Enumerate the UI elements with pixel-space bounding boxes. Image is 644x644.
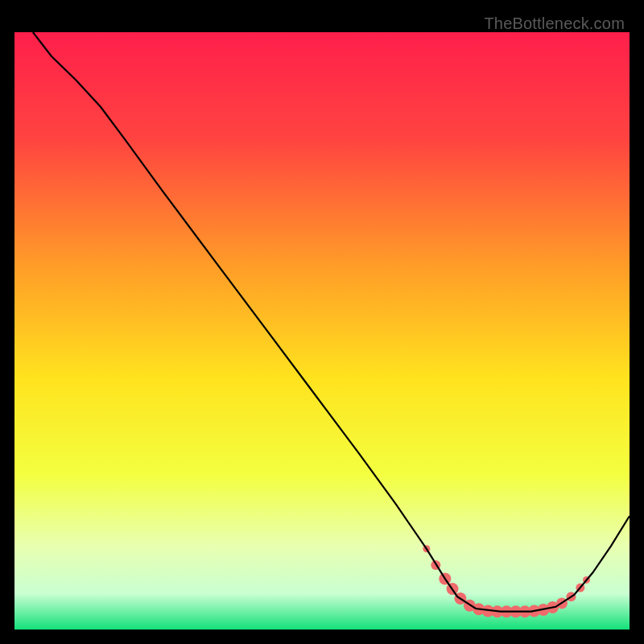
gradient-background <box>14 32 630 630</box>
bottleneck-chart <box>14 14 630 630</box>
watermark-text: TheBottleneck.com <box>484 14 625 33</box>
chart-frame: TheBottleneck.com <box>14 14 630 630</box>
